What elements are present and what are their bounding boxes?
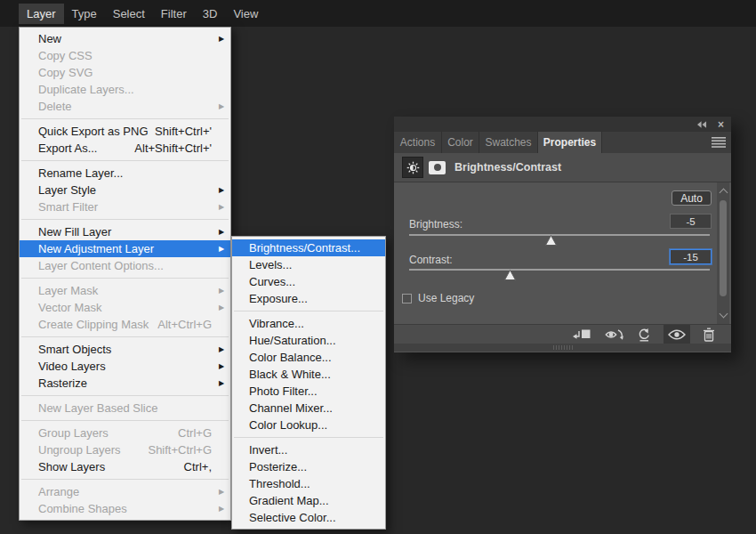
menu-item-label: Black & White...: [249, 366, 331, 383]
menu-separator: [21, 118, 229, 119]
menu-item-smart-objects[interactable]: Smart Objects▶: [20, 341, 230, 358]
menu-item-posterize[interactable]: Posterize...: [232, 458, 385, 475]
menu-item-new[interactable]: New▶: [20, 30, 230, 47]
menu-item-label: Delete: [38, 98, 72, 115]
menu-item-channel-mixer[interactable]: Channel Mixer...: [232, 400, 385, 417]
menu-item-show-layers[interactable]: Show LayersCtrl+,: [20, 458, 230, 475]
menu-separator: [21, 160, 229, 161]
contrast-value-field[interactable]: -15: [670, 249, 712, 264]
menu-separator: [21, 336, 229, 337]
menu-item-layer-content-options[interactable]: Layer Content Options...: [20, 257, 230, 274]
menu-item-exposure[interactable]: Exposure...: [232, 290, 385, 307]
menu-item-photo-filter[interactable]: Photo Filter...: [232, 383, 385, 400]
panel-titlebar: ×: [394, 117, 731, 132]
menu-item-label: New Fill Layer: [38, 223, 111, 240]
menu-item-rasterize[interactable]: Rasterize▶: [20, 375, 230, 392]
brightness-value-field[interactable]: -5: [670, 214, 712, 229]
menu-item-create-clipping-mask[interactable]: Create Clipping MaskAlt+Ctrl+G: [20, 316, 230, 333]
panel-menu-icon[interactable]: [712, 137, 726, 150]
menu-item-levels[interactable]: Levels...: [232, 256, 385, 273]
menu-item-delete[interactable]: Delete▶: [20, 98, 230, 115]
tab-color[interactable]: Color: [442, 132, 479, 153]
menu-item-brightness-contrast[interactable]: Brightness/Contrast...: [232, 239, 385, 256]
menu-item-label: Show Layers: [38, 458, 105, 475]
layer-mask-thumbnail[interactable]: [429, 161, 446, 174]
menu-item-quick-export-as-png[interactable]: Quick Export as PNGShift+Ctrl+': [20, 123, 230, 140]
adjustment-header: Brightness/Contrast: [394, 153, 731, 182]
scroll-up-icon[interactable]: [719, 189, 728, 198]
contrast-slider-thumb[interactable]: [504, 270, 516, 280]
menu-item-new-adjustment-layer[interactable]: New Adjustment Layer▶: [20, 240, 230, 257]
menu-item-new-layer-based-slice[interactable]: New Layer Based Slice: [20, 400, 230, 417]
menu-item-label: Layer Mask: [38, 282, 98, 299]
menu-item-group-layers[interactable]: Group LayersCtrl+G: [20, 425, 230, 441]
menu-item-gradient-map[interactable]: Gradient Map...: [232, 492, 385, 509]
collapse-panel-icon[interactable]: [697, 121, 707, 128]
menubar-3d[interactable]: 3D: [195, 4, 226, 24]
submenu-arrow-icon: ▶: [219, 240, 230, 257]
menubar-select[interactable]: Select: [105, 4, 153, 24]
menu-item-vibrance[interactable]: Vibrance...: [232, 315, 385, 332]
tab-swatches[interactable]: Swatches: [479, 132, 538, 153]
menu-item-label: Color Balance...: [249, 349, 332, 366]
menu-item-selective-color[interactable]: Selective Color...: [232, 509, 385, 526]
scroll-down-icon[interactable]: [719, 310, 728, 319]
menu-item-label: Rename Layer...: [38, 165, 123, 182]
menu-item-label: Group Layers: [38, 425, 109, 441]
menubar-type[interactable]: Type: [64, 4, 105, 24]
menu-item-label: Gradient Map...: [249, 492, 329, 509]
menu-item-rename-layer[interactable]: Rename Layer...: [20, 165, 230, 182]
menu-item-color-lookup[interactable]: Color Lookup...: [232, 417, 385, 433]
menu-item-label: Exposure...: [249, 290, 308, 307]
menu-item-arrange[interactable]: Arrange▶: [20, 483, 230, 500]
reset-icon[interactable]: [637, 325, 651, 344]
submenu-arrow-icon: ▶: [219, 358, 230, 375]
menu-item-hue-saturation[interactable]: Hue/Saturation...: [232, 332, 385, 349]
menu-item-threshold[interactable]: Threshold...: [232, 475, 385, 492]
menu-item-label: Copy SVG: [38, 64, 92, 81]
menu-item-export-as[interactable]: Export As...Alt+Shift+Ctrl+': [20, 140, 230, 157]
clip-to-layer-icon[interactable]: [572, 325, 591, 344]
menu-item-label: Duplicate Layers...: [38, 81, 134, 98]
close-panel-icon[interactable]: ×: [718, 119, 724, 130]
menu-item-video-layers[interactable]: Video Layers▶: [20, 358, 230, 375]
panel-scrollbar[interactable]: [717, 182, 729, 324]
use-legacy-checkbox[interactable]: [402, 294, 412, 303]
menu-item-vector-mask[interactable]: Vector Mask▶: [20, 299, 230, 316]
auto-button[interactable]: Auto: [672, 190, 712, 206]
menu-item-layer-mask[interactable]: Layer Mask▶: [20, 282, 230, 299]
menubar-view[interactable]: View: [225, 4, 266, 24]
menu-item-combine-shapes[interactable]: Combine Shapes▶: [20, 500, 230, 517]
menu-item-layer-style[interactable]: Layer Style▶: [20, 182, 230, 198]
scrollbar-thumb[interactable]: [720, 200, 727, 296]
menu-item-curves[interactable]: Curves...: [232, 273, 385, 290]
brightness-slider-thumb[interactable]: [545, 235, 557, 246]
brightness-slider-track[interactable]: [409, 234, 710, 236]
tab-actions[interactable]: Actions: [394, 132, 442, 153]
menu-separator: [21, 479, 229, 480]
contrast-slider-track[interactable]: [409, 269, 710, 271]
menu-item-color-balance[interactable]: Color Balance...: [232, 349, 385, 366]
toggle-visibility-icon[interactable]: [664, 325, 690, 344]
delete-adjustment-icon[interactable]: [703, 325, 715, 344]
tab-properties[interactable]: Properties: [538, 132, 602, 153]
menu-separator: [21, 420, 229, 421]
menu-item-label: Create Clipping Mask: [38, 316, 149, 333]
menubar-filter[interactable]: Filter: [153, 4, 195, 24]
submenu-arrow-icon: ▶: [219, 375, 230, 392]
panel-resize-grip[interactable]: [394, 344, 731, 352]
view-previous-state-icon[interactable]: [604, 325, 624, 344]
menu-item-label: Selective Color...: [249, 509, 336, 526]
menu-item-label: Layer Content Options...: [38, 257, 164, 274]
menu-item-label: Threshold...: [249, 475, 310, 492]
menu-item-smart-filter[interactable]: Smart Filter▶: [20, 198, 230, 215]
menu-item-black-white[interactable]: Black & White...: [232, 366, 385, 383]
menu-item-copy-svg[interactable]: Copy SVG: [20, 64, 230, 81]
menu-item-new-fill-layer[interactable]: New Fill Layer▶: [20, 223, 230, 240]
menu-item-invert[interactable]: Invert...: [232, 441, 385, 458]
menubar-layer[interactable]: Layer: [19, 4, 64, 24]
menu-item-copy-css[interactable]: Copy CSS: [20, 47, 230, 64]
menu-item-duplicate-layers[interactable]: Duplicate Layers...: [20, 81, 230, 98]
submenu-arrow-icon: ▶: [219, 30, 230, 47]
menu-item-ungroup-layers[interactable]: Ungroup LayersShift+Ctrl+G: [20, 441, 230, 458]
